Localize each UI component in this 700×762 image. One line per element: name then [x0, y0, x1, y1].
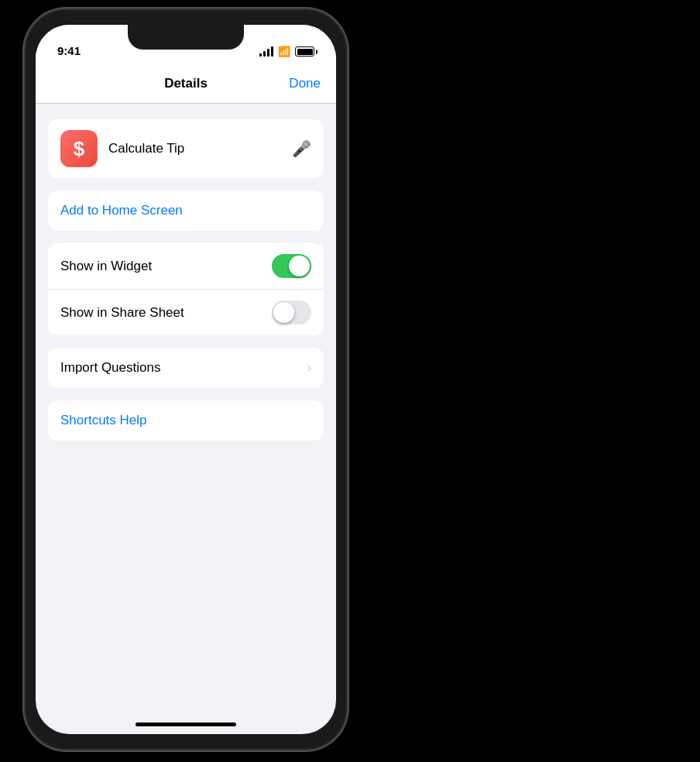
status-icons: 📶: [259, 46, 314, 57]
toggle-knob-2: [273, 302, 294, 323]
shortcut-row: $ Calculate Tip 🎤: [48, 119, 324, 178]
microphone-icon[interactable]: 🎤: [292, 139, 311, 158]
navigation-bar: Details Done: [36, 64, 336, 104]
done-button[interactable]: Done: [289, 76, 321, 91]
show-in-share-sheet-label: Show in Share Sheet: [60, 305, 272, 321]
toggle-knob: [289, 256, 310, 276]
toggles-card: Show in Widget Show in Share Sheet: [48, 243, 324, 335]
status-time: 9:41: [57, 44, 81, 57]
add-to-home-screen-label[interactable]: Add to Home Screen: [60, 203, 183, 218]
show-in-widget-label: Show in Widget: [60, 259, 272, 274]
battery-icon: [295, 46, 314, 57]
show-in-share-sheet-toggle[interactable]: [272, 300, 311, 324]
show-in-widget-row: Show in Widget: [48, 243, 324, 289]
signal-icon: [259, 47, 273, 57]
page-title: Details: [164, 76, 208, 91]
add-to-home-screen-card[interactable]: Add to Home Screen: [48, 190, 324, 231]
shortcuts-help-label[interactable]: Shortcuts Help: [60, 413, 147, 428]
shortcuts-help-row[interactable]: Shortcuts Help: [48, 400, 324, 441]
home-bar: [136, 723, 236, 726]
wifi-icon: 📶: [278, 46, 290, 57]
app-icon-symbol: $: [74, 137, 84, 161]
import-questions-card[interactable]: Import Questions ›: [48, 348, 324, 388]
add-to-home-screen-row[interactable]: Add to Home Screen: [48, 190, 324, 231]
import-questions-row[interactable]: Import Questions ›: [48, 348, 324, 388]
shortcut-card: $ Calculate Tip 🎤: [48, 119, 324, 178]
content-area: $ Calculate Tip 🎤 Add to Home Screen: [36, 104, 336, 708]
shortcut-name: Calculate Tip: [108, 141, 292, 156]
show-in-widget-toggle[interactable]: [272, 254, 311, 278]
show-in-share-sheet-row: Show in Share Sheet: [48, 289, 324, 335]
notch: [128, 25, 244, 50]
shortcuts-help-card[interactable]: Shortcuts Help: [48, 400, 324, 441]
chevron-icon: ›: [307, 361, 311, 375]
import-questions-label: Import Questions: [60, 360, 301, 376]
app-icon: $: [60, 130, 98, 167]
battery-fill: [297, 49, 313, 55]
